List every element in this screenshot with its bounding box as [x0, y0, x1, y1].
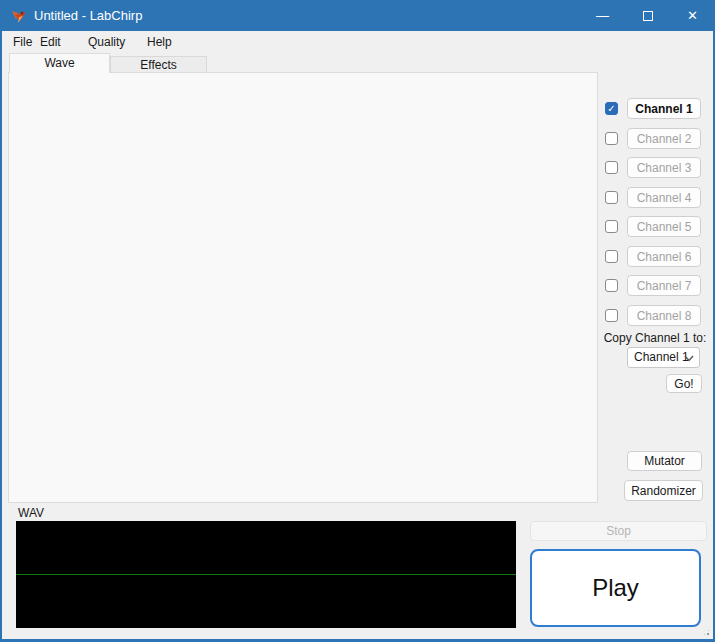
wave-tab-page	[8, 72, 598, 503]
channel-row-6: Channel 6	[605, 246, 701, 267]
channel-5-checkbox[interactable]	[605, 220, 618, 233]
wav-section-label: WAV	[18, 506, 44, 520]
menu-edit[interactable]: Edit	[37, 33, 64, 51]
close-icon: ✕	[687, 8, 698, 23]
copy-go-button[interactable]: Go!	[666, 374, 702, 393]
channel-7-checkbox[interactable]	[605, 279, 618, 292]
wav-preview	[16, 521, 516, 628]
menu-help[interactable]: Help	[144, 33, 175, 51]
mutator-button[interactable]: Mutator	[627, 451, 702, 471]
tab-wave[interactable]: Wave	[9, 53, 110, 73]
channel-row-2: Channel 2	[605, 128, 701, 149]
menu-file[interactable]: File	[10, 33, 35, 51]
channel-2-button[interactable]: Channel 2	[627, 128, 701, 149]
stop-button[interactable]: Stop	[530, 521, 707, 541]
window-title: Untitled - LabChirp	[34, 8, 142, 23]
channel-2-checkbox[interactable]	[605, 132, 618, 145]
channel-8-button[interactable]: Channel 8	[627, 305, 701, 326]
resize-grip[interactable]	[702, 628, 711, 637]
channel-4-button[interactable]: Channel 4	[627, 187, 701, 208]
channel-row-5: Channel 5	[605, 216, 701, 237]
channel-row-1: ✓ Channel 1	[605, 98, 701, 119]
channel-7-button[interactable]: Channel 7	[627, 275, 701, 296]
menu-bar: File Edit Quality Help	[2, 31, 713, 53]
labchirp-bird-icon	[10, 7, 28, 25]
channel-row-4: Channel 4	[605, 187, 701, 208]
channel-8-checkbox[interactable]	[605, 309, 618, 322]
maximize-icon	[643, 11, 653, 21]
wav-waveform-line	[16, 574, 516, 575]
minimize-icon: —	[596, 8, 609, 23]
channel-5-button[interactable]: Channel 5	[627, 216, 701, 237]
title-bar[interactable]: Untitled - LabChirp — ✕	[0, 0, 715, 31]
channel-1-button[interactable]: Channel 1	[627, 98, 701, 119]
copy-target-select[interactable]: Channel 1	[627, 347, 700, 368]
channel-row-7: Channel 7	[605, 275, 701, 296]
menu-quality[interactable]: Quality	[85, 33, 128, 51]
copy-target-value: Channel 1	[634, 350, 689, 364]
copy-channel-label: Copy Channel 1 to:	[600, 331, 710, 345]
window-border	[0, 0, 2, 642]
randomizer-button[interactable]: Randomizer	[624, 480, 703, 501]
chevron-down-icon	[684, 355, 694, 362]
channel-3-checkbox[interactable]	[605, 161, 618, 174]
channel-6-checkbox[interactable]	[605, 250, 618, 263]
channel-row-8: Channel 8	[605, 305, 701, 326]
play-button[interactable]: Play	[530, 549, 701, 627]
close-button[interactable]: ✕	[670, 0, 715, 31]
channel-row-3: Channel 3	[605, 157, 701, 178]
labchirp-window: Untitled - LabChirp — ✕ File Edit Qualit…	[0, 0, 715, 642]
tab-effects[interactable]: Effects	[110, 56, 207, 73]
channel-4-checkbox[interactable]	[605, 191, 618, 204]
minimize-button[interactable]: —	[580, 0, 625, 31]
channel-3-button[interactable]: Channel 3	[627, 157, 701, 178]
channel-6-button[interactable]: Channel 6	[627, 246, 701, 267]
maximize-button[interactable]	[625, 0, 670, 31]
channel-1-checkbox[interactable]: ✓	[605, 102, 618, 115]
